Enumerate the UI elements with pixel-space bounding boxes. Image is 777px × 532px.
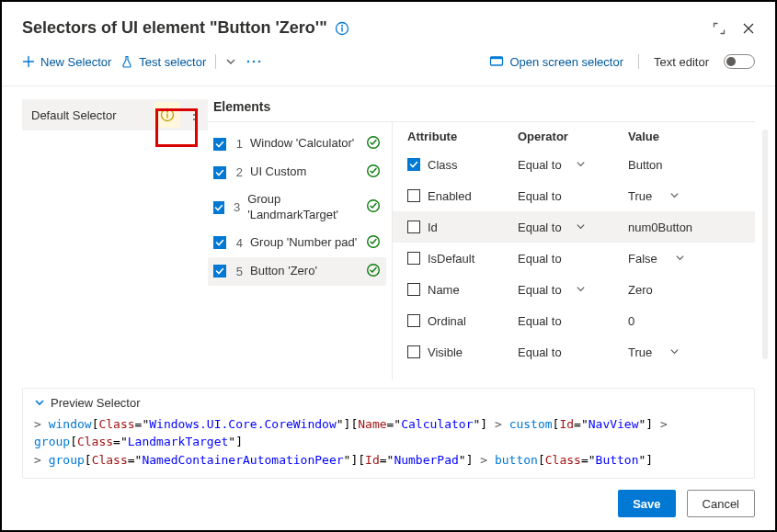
element-index: 4 (234, 236, 243, 250)
test-selector-button[interactable]: Test selector (120, 55, 206, 69)
attributes-panel: Attribute Operator Value ClassEqual to B… (392, 122, 755, 380)
checkbox[interactable] (213, 265, 226, 277)
attr-name: Class (428, 158, 458, 172)
svg-point-3 (247, 61, 249, 62)
screen-icon (489, 55, 504, 68)
attr-row[interactable]: IdEqual to num0Button (393, 211, 755, 243)
close-icon[interactable] (742, 22, 755, 35)
checkbox[interactable] (407, 345, 420, 358)
chevron-down-icon[interactable] (669, 189, 680, 203)
attr-value: 0 (628, 314, 634, 328)
toolbar-separator (2, 85, 775, 86)
svg-point-4 (253, 61, 255, 62)
chevron-down-icon[interactable] (669, 345, 680, 359)
preview-body: > window[Class="Windows.UI.Core.CoreWind… (34, 415, 743, 470)
kebab-icon[interactable] (186, 102, 202, 128)
attr-row[interactable]: OrdinalEqual to0 (407, 305, 755, 336)
divider (215, 54, 216, 69)
selectors-list: Default Selector (22, 92, 208, 380)
attr-row[interactable]: VisibleEqual toTrue (407, 336, 755, 368)
attr-row[interactable]: ClassEqual to Button (407, 149, 755, 180)
checkbox[interactable] (407, 252, 420, 265)
title-actions (713, 22, 755, 35)
attr-value: False (628, 252, 657, 266)
attr-value: num0Button (628, 221, 692, 234)
svg-rect-7 (491, 57, 503, 59)
preview-header-label: Preview Selector (51, 396, 141, 410)
validated-icon (366, 263, 381, 280)
attr-row[interactable]: NameEqual to Zero (407, 274, 755, 305)
validated-icon (366, 198, 381, 216)
open-screen-selector-label: Open screen selector (509, 55, 623, 69)
new-selector-button[interactable]: New Selector (22, 55, 111, 69)
attr-operator: Equal to (518, 221, 562, 234)
attr-value: Button (628, 158, 663, 172)
element-index: 2 (234, 165, 243, 179)
checkbox[interactable] (407, 314, 420, 327)
header-operator: Operator (518, 130, 628, 143)
attr-headers: Attribute Operator Value (407, 130, 755, 149)
chevron-down-icon[interactable] (675, 252, 685, 266)
svg-rect-10 (166, 114, 167, 119)
main: Default Selector Elements 1Window 'Calcu… (22, 92, 755, 380)
checkbox[interactable] (213, 201, 224, 214)
test-selector-label: Test selector (139, 55, 206, 69)
checkbox[interactable] (213, 166, 226, 179)
element-index: 5 (234, 265, 243, 278)
attr-value: True (628, 345, 652, 359)
svg-point-5 (258, 61, 260, 62)
attr-operator: Equal to (518, 158, 562, 172)
attr-name: Name (428, 283, 460, 297)
attr-name: Id (428, 221, 438, 234)
header-attribute: Attribute (407, 130, 518, 143)
scrollbar[interactable] (762, 130, 768, 359)
attr-operator: Equal to (518, 314, 562, 328)
attr-name: Enabled (428, 189, 472, 203)
validated-icon (366, 135, 381, 153)
element-row[interactable]: 1Window 'Calculator' (208, 130, 386, 158)
cancel-button[interactable]: Cancel (687, 490, 755, 517)
svg-point-1 (341, 24, 343, 26)
chevron-down-icon (34, 397, 45, 408)
element-row[interactable]: 2UI Custom (208, 158, 386, 187)
header-value: Value (628, 130, 755, 143)
attr-row[interactable]: EnabledEqual toTrue (407, 180, 755, 211)
attr-name: Visible (428, 345, 463, 359)
checkbox[interactable] (407, 158, 420, 171)
checkbox[interactable] (407, 221, 420, 233)
preview-toggle[interactable]: Preview Selector (34, 396, 743, 410)
elements-header: Elements (208, 92, 755, 122)
chevron-down-icon[interactable] (576, 221, 586, 234)
expand-icon[interactable] (713, 22, 726, 35)
chevron-down-icon[interactable] (225, 56, 236, 67)
footer: Save Cancel (22, 490, 755, 517)
more-icon[interactable] (246, 56, 262, 67)
open-screen-selector-button[interactable]: Open screen selector (489, 55, 623, 69)
columns: 1Window 'Calculator'2UI Custom3Group 'La… (208, 122, 755, 380)
save-button[interactable]: Save (618, 490, 675, 517)
flask-icon (120, 55, 133, 68)
svg-point-9 (166, 111, 168, 113)
element-row[interactable]: 5Button 'Zero' (208, 257, 386, 286)
text-editor-label: Text editor (654, 55, 709, 69)
chevron-down-icon[interactable] (576, 158, 586, 172)
element-row[interactable]: 3Group 'LandmarkTarget' (208, 187, 386, 229)
text-editor-toggle[interactable] (724, 54, 755, 69)
checkbox[interactable] (213, 236, 226, 249)
attr-value: True (628, 189, 652, 203)
element-row[interactable]: 4Group 'Number pad' (208, 229, 386, 257)
dialog: Selectors of UI element "Button 'Zero'" … (0, 0, 777, 532)
checkbox[interactable] (407, 283, 420, 296)
checkbox[interactable] (407, 189, 420, 202)
element-label: Group 'LandmarkTarget' (247, 192, 359, 223)
checkbox[interactable] (213, 138, 226, 151)
element-label: Window 'Calculator' (250, 136, 359, 152)
warning-icon[interactable] (154, 102, 180, 128)
selector-row-default[interactable]: Default Selector (22, 99, 208, 130)
attr-operator: Equal to (518, 345, 562, 359)
svg-point-12 (193, 114, 195, 116)
attr-row[interactable]: IsDefaultEqual toFalse (407, 243, 755, 274)
info-icon[interactable] (335, 21, 349, 36)
dialog-title: Selectors of UI element "Button 'Zero'" (22, 18, 327, 38)
chevron-down-icon[interactable] (576, 283, 586, 297)
